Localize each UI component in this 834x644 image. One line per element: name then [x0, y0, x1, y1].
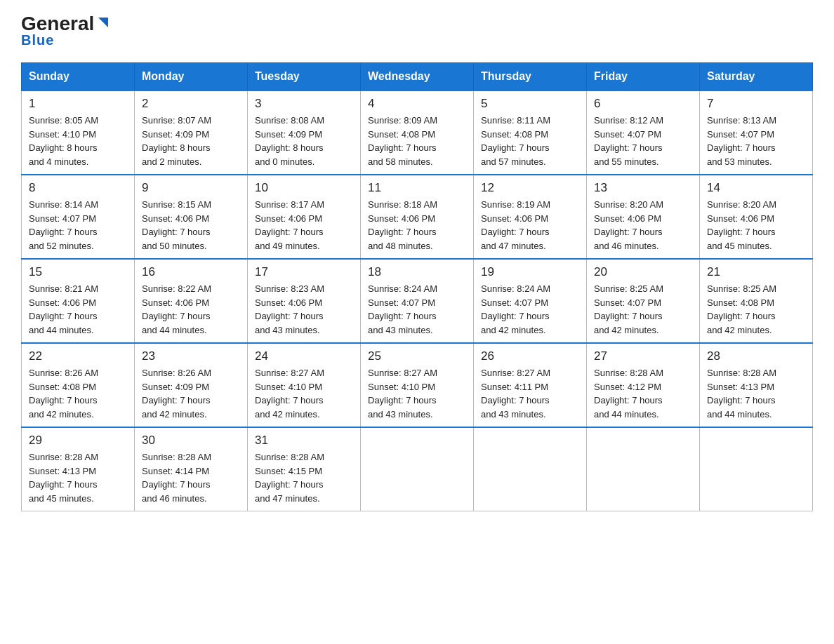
day-info: Sunrise: 8:14 AM Sunset: 4:07 PM Dayligh…	[29, 198, 127, 253]
calendar-cell: 8 Sunrise: 8:14 AM Sunset: 4:07 PM Dayli…	[22, 175, 135, 259]
calendar-cell: 7 Sunrise: 8:13 AM Sunset: 4:07 PM Dayli…	[700, 90, 813, 175]
calendar-week-row: 8 Sunrise: 8:14 AM Sunset: 4:07 PM Dayli…	[22, 175, 813, 259]
day-number: 8	[29, 181, 127, 195]
calendar-cell: 18 Sunrise: 8:24 AM Sunset: 4:07 PM Dayl…	[361, 259, 474, 343]
day-info: Sunrise: 8:21 AM Sunset: 4:06 PM Dayligh…	[29, 282, 127, 337]
day-info: Sunrise: 8:26 AM Sunset: 4:09 PM Dayligh…	[142, 366, 240, 421]
day-number: 9	[142, 181, 240, 195]
calendar-header-thursday: Thursday	[474, 63, 587, 91]
calendar-cell	[587, 427, 700, 511]
day-info: Sunrise: 8:18 AM Sunset: 4:06 PM Dayligh…	[368, 198, 466, 253]
day-number: 27	[594, 349, 692, 363]
calendar-cell: 16 Sunrise: 8:22 AM Sunset: 4:06 PM Dayl…	[135, 259, 248, 343]
day-number: 4	[368, 97, 466, 111]
calendar-cell: 24 Sunrise: 8:27 AM Sunset: 4:10 PM Dayl…	[248, 343, 361, 427]
day-info: Sunrise: 8:27 AM Sunset: 4:11 PM Dayligh…	[481, 366, 579, 421]
calendar-week-row: 15 Sunrise: 8:21 AM Sunset: 4:06 PM Dayl…	[22, 259, 813, 343]
calendar-cell: 20 Sunrise: 8:25 AM Sunset: 4:07 PM Dayl…	[587, 259, 700, 343]
day-info: Sunrise: 8:25 AM Sunset: 4:08 PM Dayligh…	[707, 282, 805, 337]
calendar-cell: 5 Sunrise: 8:11 AM Sunset: 4:08 PM Dayli…	[474, 90, 587, 175]
day-number: 14	[707, 181, 805, 195]
day-info: Sunrise: 8:19 AM Sunset: 4:06 PM Dayligh…	[481, 198, 579, 253]
calendar-cell: 3 Sunrise: 8:08 AM Sunset: 4:09 PM Dayli…	[248, 90, 361, 175]
day-info: Sunrise: 8:15 AM Sunset: 4:06 PM Dayligh…	[142, 198, 240, 253]
calendar-cell: 26 Sunrise: 8:27 AM Sunset: 4:11 PM Dayl…	[474, 343, 587, 427]
calendar-cell: 30 Sunrise: 8:28 AM Sunset: 4:14 PM Dayl…	[135, 427, 248, 511]
day-info: Sunrise: 8:24 AM Sunset: 4:07 PM Dayligh…	[368, 282, 466, 337]
day-info: Sunrise: 8:13 AM Sunset: 4:07 PM Dayligh…	[707, 114, 805, 168]
calendar-header-monday: Monday	[135, 63, 248, 91]
calendar-cell: 28 Sunrise: 8:28 AM Sunset: 4:13 PM Dayl…	[700, 343, 813, 427]
day-number: 23	[142, 349, 240, 363]
day-info: Sunrise: 8:08 AM Sunset: 4:09 PM Dayligh…	[255, 114, 353, 168]
calendar-cell: 31 Sunrise: 8:28 AM Sunset: 4:15 PM Dayl…	[248, 427, 361, 511]
calendar-cell	[700, 427, 813, 511]
day-number: 25	[368, 349, 466, 363]
day-number: 28	[707, 349, 805, 363]
calendar-cell	[361, 427, 474, 511]
day-number: 24	[255, 349, 353, 363]
day-info: Sunrise: 8:20 AM Sunset: 4:06 PM Dayligh…	[707, 198, 805, 253]
calendar-cell: 17 Sunrise: 8:23 AM Sunset: 4:06 PM Dayl…	[248, 259, 361, 343]
calendar-cell: 1 Sunrise: 8:05 AM Sunset: 4:10 PM Dayli…	[22, 90, 135, 175]
day-info: Sunrise: 8:07 AM Sunset: 4:09 PM Dayligh…	[142, 114, 240, 168]
day-info: Sunrise: 8:27 AM Sunset: 4:10 PM Dayligh…	[368, 366, 466, 421]
day-info: Sunrise: 8:20 AM Sunset: 4:06 PM Dayligh…	[594, 198, 692, 253]
calendar-cell: 6 Sunrise: 8:12 AM Sunset: 4:07 PM Dayli…	[587, 90, 700, 175]
calendar-cell: 11 Sunrise: 8:18 AM Sunset: 4:06 PM Dayl…	[361, 175, 474, 259]
day-number: 31	[255, 434, 353, 448]
day-info: Sunrise: 8:11 AM Sunset: 4:08 PM Dayligh…	[481, 114, 579, 168]
calendar-header-friday: Friday	[587, 63, 700, 91]
logo-text-general: General	[21, 14, 94, 34]
calendar-cell: 25 Sunrise: 8:27 AM Sunset: 4:10 PM Dayl…	[361, 343, 474, 427]
day-info: Sunrise: 8:28 AM Sunset: 4:14 PM Dayligh…	[142, 450, 240, 505]
calendar-cell: 23 Sunrise: 8:26 AM Sunset: 4:09 PM Dayl…	[135, 343, 248, 427]
day-info: Sunrise: 8:28 AM Sunset: 4:15 PM Dayligh…	[255, 450, 353, 505]
page-header: General Blue	[21, 14, 813, 48]
day-number: 18	[368, 265, 466, 279]
day-info: Sunrise: 8:05 AM Sunset: 4:10 PM Dayligh…	[29, 114, 127, 168]
day-number: 22	[29, 349, 127, 363]
calendar-cell: 2 Sunrise: 8:07 AM Sunset: 4:09 PM Dayli…	[135, 90, 248, 175]
calendar-week-row: 29 Sunrise: 8:28 AM Sunset: 4:13 PM Dayl…	[22, 427, 813, 511]
day-info: Sunrise: 8:24 AM Sunset: 4:07 PM Dayligh…	[481, 282, 579, 337]
day-number: 7	[707, 97, 805, 111]
calendar-week-row: 1 Sunrise: 8:05 AM Sunset: 4:10 PM Dayli…	[22, 90, 813, 175]
calendar-cell: 29 Sunrise: 8:28 AM Sunset: 4:13 PM Dayl…	[22, 427, 135, 511]
day-number: 13	[594, 181, 692, 195]
day-info: Sunrise: 8:17 AM Sunset: 4:06 PM Dayligh…	[255, 198, 353, 253]
calendar-header-row: SundayMondayTuesdayWednesdayThursdayFrid…	[22, 63, 813, 91]
calendar-cell: 21 Sunrise: 8:25 AM Sunset: 4:08 PM Dayl…	[700, 259, 813, 343]
calendar-cell	[474, 427, 587, 511]
calendar-week-row: 22 Sunrise: 8:26 AM Sunset: 4:08 PM Dayl…	[22, 343, 813, 427]
calendar-cell: 22 Sunrise: 8:26 AM Sunset: 4:08 PM Dayl…	[22, 343, 135, 427]
calendar-cell: 13 Sunrise: 8:20 AM Sunset: 4:06 PM Dayl…	[587, 175, 700, 259]
logo: General Blue	[21, 14, 111, 48]
day-number: 5	[481, 97, 579, 111]
day-info: Sunrise: 8:23 AM Sunset: 4:06 PM Dayligh…	[255, 282, 353, 337]
day-number: 26	[481, 349, 579, 363]
day-number: 20	[594, 265, 692, 279]
calendar-cell: 4 Sunrise: 8:09 AM Sunset: 4:08 PM Dayli…	[361, 90, 474, 175]
day-number: 29	[29, 434, 127, 448]
day-number: 2	[142, 97, 240, 111]
day-number: 6	[594, 97, 692, 111]
day-number: 30	[142, 434, 240, 448]
logo-text-blue: Blue	[21, 32, 54, 48]
calendar-table: SundayMondayTuesdayWednesdayThursdayFrid…	[21, 62, 813, 511]
calendar-cell: 10 Sunrise: 8:17 AM Sunset: 4:06 PM Dayl…	[248, 175, 361, 259]
day-number: 17	[255, 265, 353, 279]
calendar-header-saturday: Saturday	[700, 63, 813, 91]
svg-marker-0	[98, 18, 108, 27]
day-number: 19	[481, 265, 579, 279]
calendar-header-sunday: Sunday	[22, 63, 135, 91]
day-info: Sunrise: 8:28 AM Sunset: 4:13 PM Dayligh…	[29, 450, 127, 505]
day-info: Sunrise: 8:28 AM Sunset: 4:12 PM Dayligh…	[594, 366, 692, 421]
day-info: Sunrise: 8:27 AM Sunset: 4:10 PM Dayligh…	[255, 366, 353, 421]
logo-triangle-icon	[95, 15, 111, 30]
day-number: 10	[255, 181, 353, 195]
calendar-cell: 15 Sunrise: 8:21 AM Sunset: 4:06 PM Dayl…	[22, 259, 135, 343]
day-info: Sunrise: 8:22 AM Sunset: 4:06 PM Dayligh…	[142, 282, 240, 337]
day-number: 15	[29, 265, 127, 279]
day-info: Sunrise: 8:12 AM Sunset: 4:07 PM Dayligh…	[594, 114, 692, 168]
